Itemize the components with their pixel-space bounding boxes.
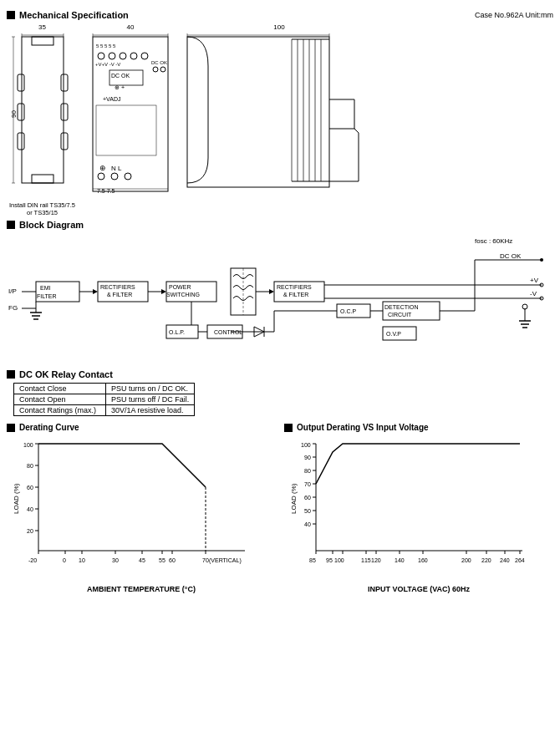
svg-text:⊕: ⊕: [99, 164, 106, 172]
svg-text:RECTIFIERS: RECTIFIERS: [100, 284, 135, 290]
derating-curve-container: Derating Curve LOAD (%) 100 80 60 40 20: [7, 423, 276, 593]
front-view-svg: 5 5 5 5 5 +V+V -V -V DC OK DC OK ⊕ + +VA…: [84, 33, 176, 200]
front-width-label: 40: [127, 23, 135, 31]
mechanical-spec-title: Mechanical Specification: [19, 10, 129, 20]
svg-text:40: 40: [304, 521, 311, 527]
svg-text:EMI: EMI: [40, 285, 51, 291]
svg-point-25: [141, 53, 148, 59]
svg-text:+V+V -V -V: +V+V -V -V: [95, 62, 120, 67]
derating-svg: LOAD (%) 100 80 60 40 20 -20: [7, 435, 266, 582]
svg-text:N   L: N L: [111, 165, 122, 172]
svg-point-24: [130, 53, 137, 59]
svg-text:DC OK: DC OK: [500, 252, 522, 260]
svg-text:LOAD (%): LOAD (%): [290, 483, 298, 514]
svg-text:⊕ +: ⊕ +: [115, 84, 125, 90]
heatsink-svg: [183, 33, 375, 200]
svg-marker-79: [269, 289, 274, 294]
svg-text:FILTER: FILTER: [37, 293, 57, 299]
svg-text:FG: FG: [8, 304, 18, 312]
svg-text:30: 30: [112, 557, 119, 563]
svg-text:120: 120: [371, 557, 381, 563]
derating-icon: [7, 424, 15, 432]
svg-text:140: 140: [395, 557, 405, 563]
mechanical-spec-header: Mechanical Specification Case No.962A Un…: [7, 10, 553, 20]
svg-text:-20: -20: [28, 557, 37, 563]
svg-text:+V: +V: [530, 277, 539, 284]
din-width-label: 35: [38, 23, 46, 31]
svg-text:80: 80: [304, 468, 311, 474]
svg-text:220: 220: [481, 557, 491, 563]
svg-text:70: 70: [202, 557, 209, 563]
svg-text:10: 10: [79, 557, 85, 563]
output-derating-container: Output Derating VS Input Voltage LOAD (%…: [284, 423, 553, 593]
svg-text:SWITCHING: SWITCHING: [166, 292, 200, 297]
svg-text:60: 60: [27, 485, 33, 491]
relay-contact-title: DC OK Relay Contact: [19, 369, 113, 379]
svg-rect-12: [61, 74, 68, 91]
svg-point-21: [98, 53, 104, 59]
svg-text:264: 264: [515, 557, 525, 563]
din-rail-svg: 90: [9, 33, 76, 200]
svg-text:85: 85: [309, 557, 316, 563]
section-icon: [7, 11, 15, 19]
output-derating-title: Output Derating VS Input Voltage: [284, 423, 553, 432]
svg-text:& FILTER: & FILTER: [107, 292, 132, 297]
svg-text:LOAD (%): LOAD (%): [13, 483, 20, 514]
svg-point-39: [125, 173, 131, 180]
svg-point-29: [160, 67, 165, 72]
svg-rect-10: [18, 104, 24, 120]
relay-row-label: Contact Ratings (max.): [14, 405, 106, 416]
svg-text:I/P: I/P: [8, 287, 17, 295]
svg-text:5  5  5  5  5: 5 5 5 5 5: [96, 43, 116, 48]
relay-row-label: Contact Open: [14, 394, 106, 405]
svg-text:45: 45: [139, 557, 145, 563]
svg-rect-34: [96, 105, 156, 155]
svg-text:O.V.P: O.V.P: [386, 331, 401, 337]
relay-contact-table: Contact ClosePSU turns on / DC OK.Contac…: [13, 383, 195, 416]
block-diagram-icon: [7, 221, 15, 229]
svg-text:60: 60: [304, 495, 311, 501]
svg-text:CIRCUIT: CIRCUIT: [388, 312, 412, 318]
heatsink-view: 100: [183, 23, 375, 200]
svg-rect-1: [32, 37, 53, 45]
case-info: Case No.962A Unit:mm: [475, 11, 553, 19]
block-diagram-title: Block Diagram: [19, 220, 84, 230]
svg-marker-67: [93, 289, 98, 294]
relay-row-value: 30V/1A resistive load.: [106, 405, 195, 416]
svg-text:O.L.P.: O.L.P.: [169, 329, 185, 335]
derating-chart: LOAD (%) 100 80 60 40 20 -20: [7, 435, 276, 583]
svg-text:DC OK: DC OK: [151, 60, 167, 65]
relay-table-row: Contact ClosePSU turns on / DC OK.: [14, 384, 195, 394]
svg-rect-9: [18, 74, 24, 91]
svg-text:fosc : 60KHz: fosc : 60KHz: [475, 237, 512, 245]
svg-text:160: 160: [418, 557, 428, 563]
svg-text:115: 115: [361, 557, 371, 563]
svg-text:90: 90: [10, 110, 18, 118]
svg-rect-15: [32, 175, 53, 183]
svg-text:80: 80: [27, 463, 33, 469]
svg-rect-0: [22, 37, 64, 183]
svg-text:DETECTION: DETECTION: [384, 304, 418, 310]
front-view: 40 5 5 5 5 5 +V+V -V -V DC OK DC O: [84, 23, 176, 200]
relay-table-row: Contact Ratings (max.)30V/1A resistive l…: [14, 405, 195, 416]
relay-icon: [7, 370, 15, 379]
svg-text:100: 100: [301, 442, 311, 448]
svg-text:70: 70: [304, 481, 311, 487]
heatsink-width-label: 100: [273, 23, 284, 31]
output-derating-svg: LOAD (%) 100 90 80 70 60 50 40: [284, 435, 543, 582]
svg-rect-11: [18, 133, 24, 150]
curves-row: Derating Curve LOAD (%) 100 80 60 40 20: [7, 423, 553, 593]
svg-text:POWER: POWER: [169, 284, 191, 290]
svg-point-28: [153, 67, 158, 72]
svg-text:+VADJ: +VADJ: [103, 96, 120, 102]
derating-curve-title: Derating Curve: [7, 423, 276, 432]
relay-row-value: PSU turns off / DC Fail.: [106, 394, 195, 405]
svg-rect-13: [61, 104, 68, 120]
svg-text:50: 50: [304, 508, 311, 514]
relay-row-value: PSU turns on / DC OK.: [106, 384, 195, 394]
svg-text:40: 40: [27, 506, 33, 512]
svg-text:95: 95: [326, 557, 333, 563]
block-diagram-header: Block Diagram: [7, 220, 553, 230]
mechanical-drawings: 35 90 Install DIN rail TS35/7.5 o: [7, 23, 553, 216]
din-rail-view: 35 90 Install DIN rail TS35/7.5 o: [7, 23, 78, 216]
